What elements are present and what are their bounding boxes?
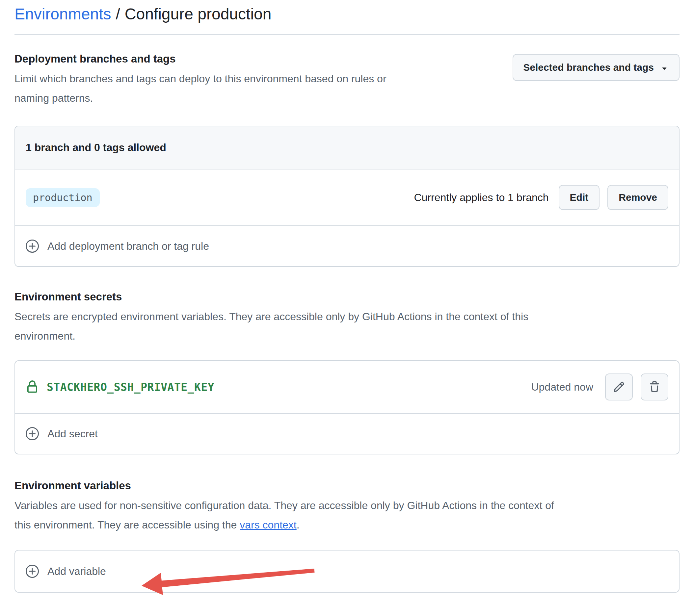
variables-description: Variables are used for non-sensitive con… (15, 496, 679, 535)
plus-circle-icon (25, 564, 39, 578)
edit-secret-button[interactable] (605, 373, 633, 400)
variables-description-period: . (297, 519, 299, 531)
lock-icon (26, 380, 39, 394)
page-title-current: Configure production (125, 5, 272, 23)
secrets-section: Environment secrets Secrets are encrypte… (15, 291, 679, 454)
deployment-section-title: Deployment branches and tags (15, 53, 386, 65)
variables-section: Environment variables Variables are used… (15, 480, 679, 593)
title-divider (15, 34, 679, 35)
secret-actions: Updated now (531, 373, 668, 400)
secrets-box: STACKHERO_SSH_PRIVATE_KEY Updated now (15, 360, 679, 454)
remove-rule-button[interactable]: Remove (607, 185, 668, 210)
settings-content: Environments/Configure production Deploy… (0, 0, 694, 593)
variables-description-line1: Variables are used for non-sensitive con… (15, 500, 554, 511)
vars-context-link[interactable]: vars context (240, 519, 297, 531)
delete-secret-button[interactable] (641, 373, 668, 400)
deployment-description-line1: Limit which branches and tags can deploy… (15, 73, 386, 85)
trash-icon (649, 381, 660, 393)
deployment-description: Limit which branches and tags can deploy… (15, 69, 386, 108)
branch-policy-selector-button[interactable]: Selected branches and tags (513, 54, 679, 81)
deployment-description-line2: naming patterns. (15, 92, 93, 104)
secrets-section-title: Environment secrets (15, 291, 679, 303)
variables-box: Add variable (15, 550, 679, 593)
branch-policy-selector-label: Selected branches and tags (523, 62, 654, 73)
secrets-description-line2: environment. (15, 330, 75, 342)
branch-rule-row: production Currently applies to 1 branch… (15, 169, 679, 225)
page-title: Environments/Configure production (15, 4, 679, 24)
secrets-description: Secrets are encrypted environment variab… (15, 307, 679, 346)
breadcrumb-separator: / (115, 5, 120, 23)
triangle-down-icon (660, 63, 669, 73)
secret-name: STACKHERO_SSH_PRIVATE_KEY (26, 380, 214, 394)
deployment-rules-box: 1 branch and 0 tags allowed production C… (15, 126, 679, 267)
variables-section-title: Environment variables (15, 480, 679, 492)
branch-rule-actions: Currently applies to 1 branch Edit Remov… (414, 185, 669, 210)
branch-name-pill: production (26, 188, 100, 207)
add-secret-button[interactable]: Add secret (15, 413, 679, 454)
secret-row: STACKHERO_SSH_PRIVATE_KEY Updated now (15, 361, 679, 413)
add-deployment-rule-button[interactable]: Add deployment branch or tag rule (15, 225, 679, 266)
pencil-icon (613, 381, 625, 393)
add-secret-label: Add secret (48, 428, 98, 440)
edit-rule-button[interactable]: Edit (559, 185, 600, 210)
variables-description-line2: this environment. They are accessible us… (15, 519, 240, 531)
plus-circle-icon (25, 427, 39, 441)
add-variable-label: Add variable (48, 565, 106, 578)
plus-circle-icon (25, 239, 39, 254)
breadcrumb-environments-link[interactable]: Environments (15, 5, 111, 23)
deployment-rules-box-header: 1 branch and 0 tags allowed (15, 126, 679, 169)
secret-updated-text: Updated now (531, 381, 593, 393)
add-variable-button[interactable]: Add variable (15, 550, 679, 592)
secrets-description-line1: Secrets are encrypted environment variab… (15, 311, 528, 322)
deployment-section-header: Deployment branches and tags Limit which… (15, 53, 679, 108)
deployment-heading-block: Deployment branches and tags Limit which… (15, 53, 386, 108)
branch-rule-applies-text: Currently applies to 1 branch (414, 191, 549, 204)
add-deployment-rule-label: Add deployment branch or tag rule (48, 240, 209, 253)
secret-name-text: STACKHERO_SSH_PRIVATE_KEY (47, 381, 214, 394)
